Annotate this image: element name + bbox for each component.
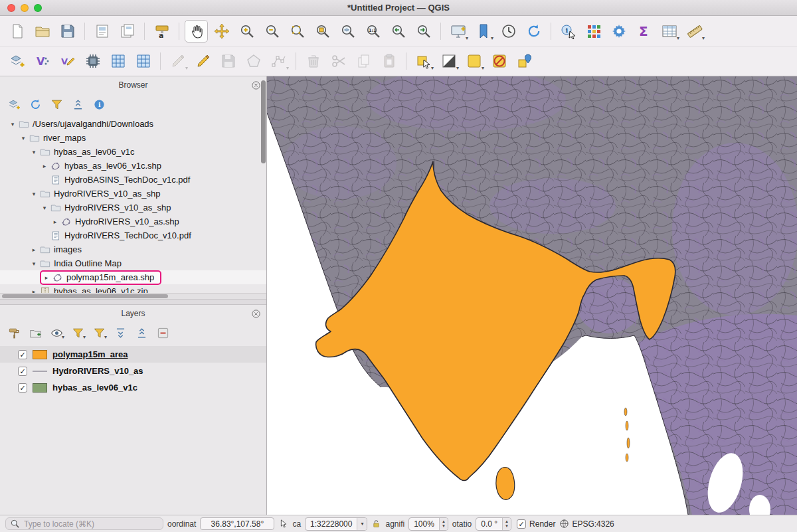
add-vector-layer-button[interactable] — [31, 50, 54, 72]
add-polygon-feature-button[interactable] — [242, 50, 265, 72]
open-layer-styling-panel-button[interactable] — [5, 324, 23, 341]
delete-selected-button[interactable] — [302, 50, 325, 72]
new-shapefile-layer-button[interactable] — [56, 50, 79, 72]
pan-map-button[interactable] — [185, 20, 208, 43]
lock-scale-icon[interactable] — [371, 519, 381, 529]
map-canvas[interactable] — [267, 76, 797, 515]
refresh-browser-button[interactable] — [27, 96, 44, 113]
new-mesh-layer-button[interactable] — [106, 50, 130, 72]
zoom-in-button[interactable] — [235, 20, 258, 43]
zoom-window-button[interactable] — [34, 4, 42, 12]
disclosure-triangle-icon[interactable]: ▸ — [42, 274, 51, 281]
browser-vertical-scrollbar[interactable] — [260, 78, 266, 292]
measure-button[interactable]: ▾ — [683, 20, 706, 43]
tree-item-hydrorivers-v10-as-shp[interactable]: ▾HydroRIVERS_v10_as_shp — [0, 201, 266, 215]
tree-item-india-outline-map[interactable]: ▾India Outline Map — [0, 256, 266, 270]
refresh-map-button[interactable] — [522, 20, 545, 43]
processing-toolbox-button[interactable] — [582, 20, 605, 43]
tree-item-hydrorivers-v10-as-shp[interactable]: ▸HydroRIVERS_v10_as.shp — [0, 215, 266, 228]
new-temporary-scratch-layer-button[interactable] — [81, 50, 104, 72]
add-group-button[interactable] — [27, 324, 44, 341]
rotation-spinbox[interactable]: 0.0 ° ▲▼ — [476, 517, 511, 531]
filter-browser-button[interactable] — [48, 96, 66, 113]
layer-visibility-checkbox[interactable]: ✓ — [18, 367, 27, 376]
tree-item-river-maps[interactable]: ▾river_maps — [0, 131, 266, 145]
copy-features-button[interactable] — [352, 50, 375, 72]
open-data-source-manager-button[interactable] — [5, 50, 29, 72]
render-checkbox[interactable]: ✓ — [517, 519, 526, 529]
zoom-to-layer-button[interactable] — [336, 20, 359, 43]
vertex-tool-button[interactable]: ▾ — [267, 50, 290, 72]
identify-features-button[interactable] — [557, 20, 580, 43]
manage-map-themes-button[interactable]: ▾ — [48, 324, 66, 341]
tree-item-hydrobasins-techdoc-v1c-pdf[interactable]: HydroBASINS_TechDoc_v1c.pdf — [0, 173, 266, 187]
locate-search[interactable] — [5, 517, 163, 530]
disclosure-triangle-icon[interactable]: ▾ — [40, 205, 49, 211]
new-virtual-layer-button[interactable] — [132, 50, 155, 72]
scale-combobox[interactable]: 1:32228000 ▾ — [305, 517, 367, 531]
layer-visibility-checkbox[interactable]: ✓ — [18, 383, 27, 393]
tree-item-hydrorivers-v10-as-shp[interactable]: ▾HydroRIVERS_v10_as_shp — [0, 187, 266, 201]
crs-status[interactable]: EPSG:4326 — [559, 519, 614, 529]
tree-item-hybas-as-lev06-v1c-shp[interactable]: ▸hybas_as_lev06_v1c.shp — [0, 159, 266, 173]
statistical-summary-button[interactable] — [632, 20, 656, 43]
tree-item-hybas-as-lev06-v1c[interactable]: ▾hybas_as_lev06_v1c — [0, 145, 266, 159]
zoom-native-resolution-button[interactable] — [361, 20, 385, 43]
panel-splitter[interactable] — [0, 300, 266, 305]
paste-features-button[interactable] — [377, 50, 400, 72]
remove-layer-button[interactable] — [154, 324, 172, 341]
add-selected-layers-button[interactable] — [5, 96, 23, 113]
zoom-next-button[interactable] — [412, 20, 435, 43]
browser-horizontal-scrollbar[interactable] — [0, 293, 266, 299]
save-project-button[interactable] — [56, 20, 79, 43]
tree-item-polymap15m-area-shp[interactable]: ▸polymap15m_area.shp — [0, 270, 266, 284]
disclosure-triangle-icon[interactable]: ▾ — [19, 135, 28, 141]
disclosure-triangle-icon[interactable]: ▸ — [40, 163, 49, 169]
options-button[interactable] — [607, 20, 630, 43]
chevron-down-icon[interactable]: ▾ — [357, 518, 367, 530]
scrollbar-thumb[interactable] — [261, 80, 266, 163]
collapse-all-button[interactable] — [69, 96, 87, 113]
filter-by-expression-button[interactable]: ▾ — [90, 324, 108, 341]
new-map-tip-button[interactable] — [513, 50, 536, 72]
locate-input[interactable] — [23, 519, 159, 529]
new-spatial-bookmark-button[interactable]: ▾ — [472, 20, 495, 43]
disclosure-triangle-icon[interactable]: ▸ — [29, 246, 39, 253]
deselect-all-button[interactable] — [487, 50, 511, 72]
disclosure-triangle-icon[interactable]: ▸ — [50, 219, 60, 225]
render-toggle[interactable]: ✓ Render — [517, 519, 555, 529]
stepper-arrows-icon[interactable]: ▲▼ — [439, 518, 448, 530]
coordinate-input[interactable] — [200, 517, 274, 530]
mouse-position-toggle-icon[interactable] — [278, 519, 288, 529]
save-layer-edits-button[interactable] — [217, 50, 240, 72]
open-project-button[interactable] — [31, 20, 54, 43]
disclosure-triangle-icon[interactable]: ▾ — [29, 260, 39, 267]
open-attribute-table-button[interactable]: ▾ — [658, 20, 681, 43]
zoom-full-extent-button[interactable] — [286, 20, 309, 43]
new-print-layout-button[interactable] — [90, 20, 114, 43]
tree-item-users-ujavalgandhi-downloads[interactable]: ▾/Users/ujavalgandhi/Downloads — [0, 117, 266, 131]
tree-item-hydrorivers-techdoc-v10-pdf[interactable]: HydroRIVERS_TechDoc_v10.pdf — [0, 228, 266, 242]
temporal-controller-button[interactable] — [497, 20, 520, 43]
tree-item-images[interactable]: ▸images — [0, 242, 266, 256]
layer-item-polymap15m-area[interactable]: ✓polymap15m_area — [0, 346, 266, 363]
layer-item-hybas-as-lev06-v1c[interactable]: ✓hybas_as_lev06_v1c — [0, 379, 266, 396]
style-manager-button[interactable] — [150, 20, 173, 43]
zoom-out-button[interactable] — [260, 20, 284, 43]
minimize-window-button[interactable] — [21, 4, 29, 12]
filter-legend-button[interactable]: ▾ — [69, 324, 87, 341]
current-edits-button[interactable]: ▾ — [166, 50, 189, 72]
cut-features-button[interactable] — [327, 50, 350, 72]
browser-properties-button[interactable] — [90, 96, 108, 113]
disclosure-triangle-icon[interactable]: ▾ — [29, 191, 39, 197]
scrollbar-thumb[interactable] — [2, 294, 168, 298]
collapse-all-layers-button[interactable] — [133, 324, 151, 341]
layers-close-button[interactable] — [251, 308, 262, 319]
new-project-button[interactable] — [5, 20, 29, 43]
expand-all-button[interactable] — [112, 324, 130, 341]
annotation-tool-button[interactable]: ▾ — [462, 50, 486, 72]
disclosure-triangle-icon[interactable]: ▾ — [8, 121, 17, 128]
disclosure-triangle-icon[interactable]: ▾ — [29, 149, 39, 155]
layer-visibility-checkbox[interactable]: ✓ — [18, 350, 27, 359]
pan-to-selection-button[interactable] — [210, 20, 233, 43]
